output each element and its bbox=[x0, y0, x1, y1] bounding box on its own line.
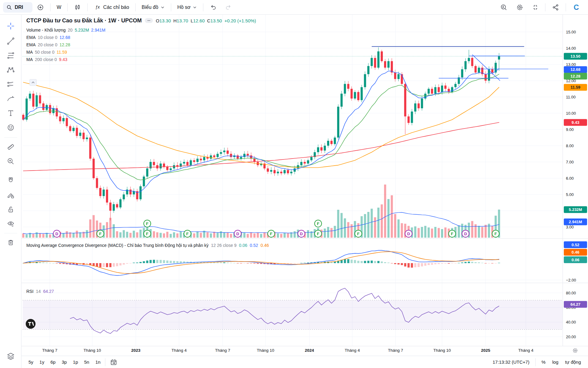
event-badge-F[interactable]: F bbox=[315, 220, 322, 227]
chart-menu-button[interactable]: Biểu đồ bbox=[138, 2, 168, 13]
share-icon bbox=[552, 3, 560, 11]
settings-button[interactable] bbox=[512, 2, 527, 13]
gear-icon bbox=[516, 3, 524, 11]
percent-scale-toggle[interactable]: % bbox=[539, 358, 548, 366]
range-1n[interactable]: 1n bbox=[92, 358, 103, 366]
fullscreen-icon bbox=[532, 4, 539, 11]
fib-retracement-tool[interactable] bbox=[4, 50, 17, 61]
legend-row-volume[interactable]: Volume - Khối lượng 20 5.232M 2.941M bbox=[26, 26, 256, 34]
tradingview-watermark[interactable] bbox=[26, 319, 36, 329]
go-to-date-button[interactable] bbox=[107, 357, 120, 367]
text-tool[interactable] bbox=[4, 107, 17, 119]
event-badge-F[interactable]: F bbox=[184, 230, 191, 237]
auto-scale-toggle[interactable]: tự động bbox=[562, 358, 584, 366]
macd-title: Moving Average Convergence Divergence (M… bbox=[26, 243, 209, 248]
log-scale-toggle[interactable]: log bbox=[549, 358, 561, 366]
compare-add-button[interactable] bbox=[33, 2, 48, 13]
interval-button[interactable]: W bbox=[53, 2, 65, 13]
legend-row-ema20[interactable]: EMA20 close 0 12.28 bbox=[26, 41, 256, 48]
svg-text:F: F bbox=[186, 232, 189, 236]
time-axis-settings-icon[interactable] bbox=[573, 349, 577, 352]
chart-style-button[interactable] bbox=[70, 2, 85, 13]
range-buttons: 5y1y6p3p1p5n1n bbox=[26, 358, 103, 366]
legend-row-ma50[interactable]: MA50 close 0 11.59 bbox=[26, 48, 256, 56]
trend-line-tool[interactable] bbox=[4, 35, 17, 47]
event-badge-D[interactable]: D bbox=[53, 230, 60, 237]
toolbar-divider bbox=[4, 233, 17, 233]
stay-in-drawing-mode-tool[interactable] bbox=[4, 189, 17, 201]
clock-display[interactable]: 17:13:32 (UTC+7) bbox=[490, 358, 532, 366]
indicators-label: Các chỉ báo bbox=[103, 5, 129, 10]
volume-value: 5.232M bbox=[75, 28, 89, 33]
collapse-legend-button[interactable] bbox=[145, 18, 153, 23]
range-1y[interactable]: 1y bbox=[37, 358, 47, 366]
legend-row-macd[interactable]: Moving Average Convergence Divergence (M… bbox=[26, 243, 269, 248]
event-badge-F[interactable]: F bbox=[268, 230, 275, 237]
projection-tool[interactable] bbox=[4, 79, 17, 90]
candlestick-style-icon bbox=[74, 4, 81, 11]
legend-row-rsi[interactable]: RSI 14 64.27 bbox=[26, 289, 54, 294]
range-5n[interactable]: 5n bbox=[81, 358, 92, 366]
svg-text:C: C bbox=[574, 3, 579, 11]
ruler-tool[interactable] bbox=[4, 141, 17, 153]
object-tree-tool[interactable] bbox=[4, 351, 17, 362]
indicators-button[interactable]: ƒx Các chỉ báo bbox=[90, 2, 133, 13]
drawing-toolbar bbox=[0, 15, 21, 368]
event-badge-F[interactable]: F bbox=[355, 230, 362, 237]
lock-drawings-tool[interactable] bbox=[4, 204, 17, 215]
search-icon bbox=[6, 4, 12, 10]
event-badge-F[interactable]: F bbox=[97, 230, 104, 237]
chevron-down-icon bbox=[160, 5, 165, 10]
range-1p[interactable]: 1p bbox=[70, 358, 81, 366]
rsi-value: 64.27 bbox=[43, 289, 54, 294]
range-5y[interactable]: 5y bbox=[26, 358, 36, 366]
fullscreen-button[interactable] bbox=[528, 2, 543, 13]
macd-params: 12 26 close 9 bbox=[211, 243, 236, 248]
hide-drawings-tool[interactable] bbox=[4, 218, 17, 230]
brush-tool[interactable] bbox=[4, 93, 17, 105]
undo-button[interactable] bbox=[206, 2, 221, 13]
remove-drawings-tool[interactable] bbox=[4, 237, 17, 248]
pattern-tool[interactable] bbox=[4, 64, 17, 76]
range-3p[interactable]: 3p bbox=[59, 358, 70, 366]
legend-title-row[interactable]: CTCP Đầu tư Cao su Đắk Lắk · 1W · UPCOM … bbox=[26, 16, 256, 25]
top-toolbar: DRI W ƒx Các chỉ báo bbox=[0, 0, 588, 15]
app-logo[interactable]: C bbox=[568, 2, 585, 13]
legend-row-ma200[interactable]: MA200 close 0 9.43 bbox=[26, 56, 256, 63]
crosshair-tool[interactable] bbox=[4, 20, 17, 32]
profile-menu-button[interactable]: Hồ sơ bbox=[174, 2, 201, 13]
toolbar-separator bbox=[535, 358, 536, 366]
chart-menu-label: Biểu đồ bbox=[142, 5, 158, 10]
toolbar-collapse-button[interactable] bbox=[29, 79, 37, 86]
chart-canvas[interactable]: DFFFFDFDFFFDFDF15.0014.0013.0012.0011.00… bbox=[21, 15, 588, 356]
symbol-title: CTCP Đầu tư Cao su Đắk Lắk · 1W · UPCOM bbox=[26, 17, 142, 24]
svg-text:ƒx: ƒx bbox=[95, 5, 100, 10]
redo-button[interactable] bbox=[221, 2, 236, 13]
event-badge-D[interactable]: D bbox=[234, 230, 241, 237]
svg-text:F: F bbox=[99, 232, 102, 236]
toolbar-separator bbox=[67, 3, 68, 11]
svg-text:F: F bbox=[270, 232, 273, 236]
event-badge-F[interactable]: F bbox=[144, 230, 151, 237]
symbol-search[interactable]: DRI bbox=[3, 2, 32, 13]
toolbar-separator bbox=[50, 3, 51, 11]
zoom-in-tool[interactable] bbox=[4, 155, 17, 167]
event-badge-F[interactable]: F bbox=[492, 230, 499, 237]
event-badge-D[interactable]: D bbox=[298, 230, 305, 237]
macd-signal-value: 0.46 bbox=[261, 243, 269, 248]
event-badge-F[interactable]: F bbox=[315, 230, 322, 237]
svg-text:F: F bbox=[317, 221, 319, 226]
time-axis[interactable] bbox=[21, 346, 563, 356]
event-badge-D[interactable]: D bbox=[462, 230, 469, 237]
magnet-tool[interactable] bbox=[4, 175, 17, 186]
range-6p[interactable]: 6p bbox=[48, 358, 58, 366]
toolbar-divider bbox=[4, 137, 17, 138]
share-button[interactable] bbox=[548, 2, 563, 13]
quick-search-button[interactable] bbox=[496, 2, 511, 13]
price-axis[interactable] bbox=[563, 15, 588, 346]
event-badge-F[interactable]: F bbox=[144, 220, 151, 227]
emoji-tool[interactable] bbox=[4, 122, 17, 133]
legend-row-ema10[interactable]: EMA10 close 0 12.68 bbox=[26, 34, 256, 41]
event-badge-F[interactable]: F bbox=[449, 230, 456, 237]
event-badge-D[interactable]: D bbox=[405, 230, 412, 237]
